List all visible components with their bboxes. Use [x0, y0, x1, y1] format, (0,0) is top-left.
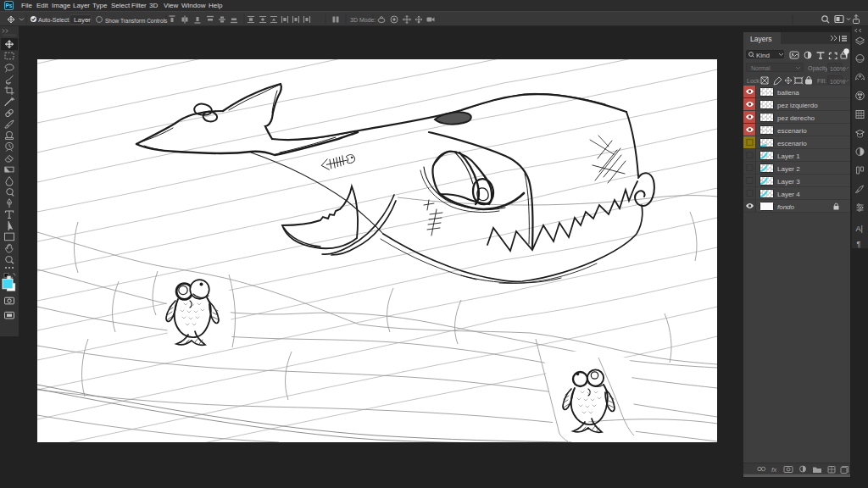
svg-text:¶: ¶: [857, 240, 861, 248]
svg-text:Kind: Kind: [756, 52, 770, 59]
svg-text:A|: A|: [856, 225, 863, 233]
svg-text:fx: fx: [771, 466, 777, 474]
